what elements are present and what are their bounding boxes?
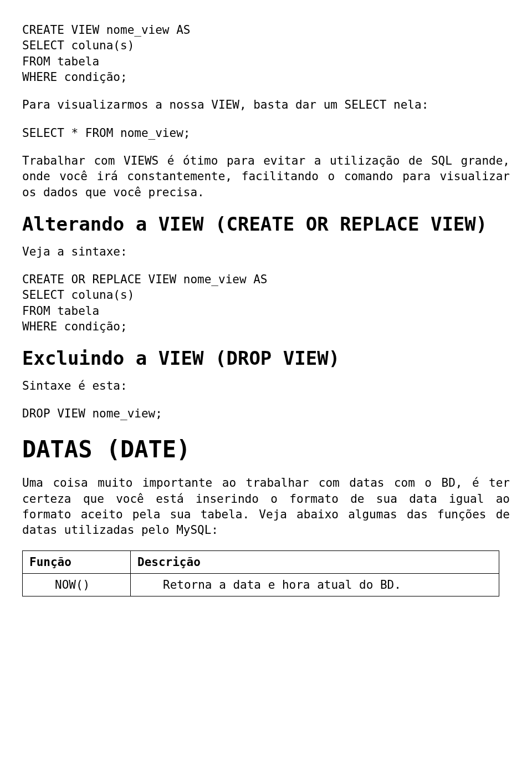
paragraph-sintaxe-esta: Sintaxe é esta:	[22, 378, 510, 394]
heading-datas-date: DATAS (DATE)	[22, 434, 510, 466]
table-cell-funcao: NOW()	[23, 573, 131, 596]
table-row: NOW() Retorna a data e hora atual do BD.	[23, 573, 499, 596]
code-block-create-view: CREATE VIEW nome_view AS SELECT coluna(s…	[22, 22, 510, 85]
code-block-drop-view: DROP VIEW nome_view;	[22, 406, 510, 421]
code-block-create-or-replace: CREATE OR REPLACE VIEW nome_view AS SELE…	[22, 272, 510, 334]
table-header-row: Função Descrição	[23, 550, 499, 573]
paragraph-datas-importante: Uma coisa muito importante ao trabalhar …	[22, 475, 510, 538]
table-funcoes-datas: Função Descrição NOW() Retorna a data e …	[22, 550, 499, 597]
table-header-funcao: Função	[23, 550, 131, 573]
table-header-descricao: Descrição	[131, 550, 499, 573]
paragraph-visualizar-view: Para visualizarmos a nossa VIEW, basta d…	[22, 97, 510, 113]
table-cell-descricao: Retorna a data e hora atual do BD.	[131, 573, 499, 596]
heading-excluindo-view: Excluindo a VIEW (DROP VIEW)	[22, 346, 510, 370]
code-block-select-view: SELECT * FROM nome_view;	[22, 125, 510, 141]
heading-alterando-view: Alterando a VIEW (CREATE OR REPLACE VIEW…	[22, 212, 510, 236]
paragraph-trabalhar-views: Trabalhar com VIEWS é ótimo para evitar …	[22, 153, 510, 200]
paragraph-veja-sintaxe: Veja a sintaxe:	[22, 244, 510, 259]
